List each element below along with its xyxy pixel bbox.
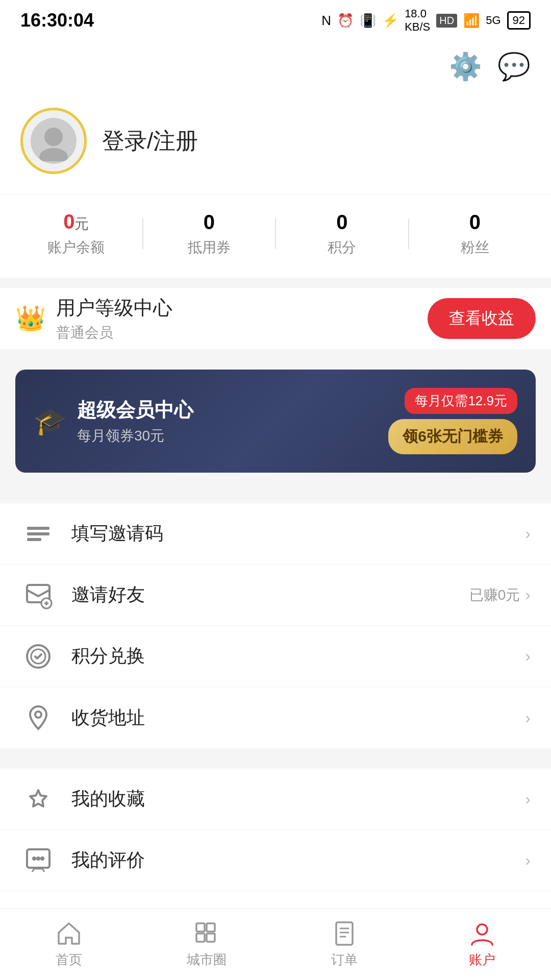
status-icons: Ν ⏰ 📳 ⚡ 18.0KB/S HD 📶 5G 92: [321, 7, 531, 34]
invite-code-icon: [20, 516, 56, 552]
chevron-icon: ›: [525, 647, 531, 666]
menu-item-points-exchange[interactable]: 积分兑换 ›: [0, 626, 551, 687]
chevron-icon: ›: [525, 585, 531, 604]
level-text: 用户等级中心 普通会员: [56, 295, 172, 342]
svg-rect-20: [196, 934, 205, 942]
status-bar: 16:30:04 Ν ⏰ 📳 ⚡ 18.0KB/S HD 📶 5G 92: [0, 0, 551, 41]
invite-friend-right: 已赚0元 ›: [469, 585, 531, 605]
city-nav-icon: [193, 920, 220, 947]
svg-rect-18: [196, 923, 205, 932]
vibrate-icon: 📳: [360, 13, 376, 29]
menu-item-address[interactable]: 收货地址 ›: [0, 687, 551, 748]
invite-code-text: 填写邀请码: [71, 521, 525, 546]
avatar-wrapper[interactable]: [20, 108, 87, 174]
stat-balance[interactable]: 0元 账户余额: [10, 210, 142, 257]
nav-item-orders[interactable]: 订单: [276, 920, 413, 969]
nav-item-city[interactable]: 城市圈: [138, 920, 276, 969]
reviews-icon: [20, 843, 56, 878]
stat-coupon-value: 0: [204, 211, 215, 234]
battery-icon: 92: [507, 11, 531, 30]
address-icon: [20, 700, 56, 736]
view-income-button[interactable]: 查看收益: [428, 298, 536, 339]
invite-friend-text: 邀请好友: [71, 582, 469, 607]
banner-title: 超级会员中心: [77, 397, 193, 423]
stat-balance-label: 账户余额: [47, 238, 105, 257]
order-nav-icon: [331, 920, 358, 947]
login-register-text[interactable]: 登录/注册: [102, 126, 198, 156]
svg-rect-19: [207, 923, 215, 932]
invite-code-right: ›: [525, 524, 531, 543]
super-member-banner[interactable]: 🎓 超级会员中心 每月领券30元 每月仅需12.9元 领6张无门槛券: [15, 370, 536, 473]
message-icon[interactable]: 💬: [497, 51, 531, 82]
svg-rect-21: [207, 934, 215, 942]
nav-home-label: 首页: [56, 951, 82, 969]
nav-item-account[interactable]: 账户: [413, 920, 551, 969]
profile-section: 登录/注册: [0, 92, 551, 194]
stat-points-value: 0: [336, 211, 347, 234]
stat-balance-value: 0元: [63, 210, 89, 234]
data-speed-icon: 18.0KB/S: [405, 7, 430, 34]
settings-icon[interactable]: ⚙️: [449, 51, 482, 82]
svg-rect-2: [27, 527, 49, 530]
svg-point-11: [32, 856, 36, 861]
status-time: 16:30:04: [20, 10, 94, 31]
section-gap-1: [0, 278, 551, 288]
stat-fans[interactable]: 0 粉丝: [409, 211, 541, 257]
home-nav-icon: [56, 920, 82, 947]
level-left: 👑 用户等级中心 普通会员: [15, 295, 172, 342]
coupon-button[interactable]: 领6张无门槛券: [388, 419, 517, 454]
chevron-icon: ›: [525, 524, 531, 543]
level-title: 用户等级中心: [56, 295, 172, 321]
level-subtitle: 普通会员: [56, 323, 172, 342]
svg-point-23: [477, 924, 487, 935]
graduation-icon: 🎓: [34, 406, 67, 437]
stat-points[interactable]: 0 积分: [276, 211, 408, 257]
stat-coupon-label: 抵用券: [188, 238, 231, 257]
menu-gap-1: [0, 483, 551, 493]
top-action-bar: ⚙️ 💬: [0, 41, 551, 92]
chevron-icon: ›: [525, 708, 531, 727]
banner-text: 超级会员中心 每月领券30元: [77, 397, 193, 446]
nav-account-label: 账户: [469, 951, 495, 969]
menu-item-invite-friend[interactable]: 邀请好友 已赚0元 ›: [0, 565, 551, 626]
price-badge: 每月仅需12.9元: [405, 388, 517, 414]
stat-fans-label: 粉丝: [461, 238, 489, 257]
favorites-right: ›: [525, 790, 531, 808]
nfc-icon: Ν: [321, 13, 331, 29]
svg-point-0: [44, 128, 63, 146]
chevron-icon: ›: [525, 851, 531, 870]
stats-row: 0元 账户余额 0 抵用券 0 积分 0 粉丝: [0, 194, 551, 278]
svg-point-1: [39, 148, 68, 161]
stat-coupon[interactable]: 0 抵用券: [143, 211, 276, 257]
reviews-text: 我的评价: [71, 848, 525, 873]
avatar: [31, 118, 77, 164]
svg-rect-4: [27, 538, 41, 541]
crown-icon: 👑: [15, 304, 46, 333]
address-text: 收货地址: [71, 705, 525, 730]
section-gap-2: [0, 349, 551, 359]
stat-points-label: 积分: [328, 238, 356, 257]
signal-5g-icon: 5G: [486, 14, 500, 27]
nav-city-label: 城市圈: [187, 951, 227, 969]
points-exchange-icon: [20, 639, 56, 674]
bluetooth-icon: ⚡: [382, 13, 398, 29]
favorites-text: 我的收藏: [71, 787, 525, 812]
menu-item-reviews[interactable]: 我的评价 ›: [0, 830, 551, 891]
svg-point-12: [36, 856, 40, 861]
nav-orders-label: 订单: [331, 951, 358, 969]
reviews-right: ›: [525, 851, 531, 870]
points-exchange-text: 积分兑换: [71, 644, 525, 669]
wifi-icon: 📶: [463, 13, 480, 29]
menu-section-1: 填写邀请码 › 邀请好友 已赚0元 › 积分兑换: [0, 503, 551, 748]
svg-point-9: [35, 712, 41, 718]
level-card: 👑 用户等级中心 普通会员 查看收益: [0, 288, 551, 349]
svg-point-13: [40, 856, 44, 861]
banner-right: 每月仅需12.9元 领6张无门槛券: [388, 388, 517, 454]
svg-rect-22: [336, 922, 353, 945]
points-exchange-right: ›: [525, 647, 531, 666]
account-nav-icon: [469, 920, 495, 947]
menu-item-favorites[interactable]: 我的收藏 ›: [0, 769, 551, 830]
menu-item-invite-code[interactable]: 填写邀请码 ›: [0, 503, 551, 565]
nav-item-home[interactable]: 首页: [0, 920, 138, 969]
banner-left: 🎓 超级会员中心 每月领券30元: [34, 397, 193, 446]
